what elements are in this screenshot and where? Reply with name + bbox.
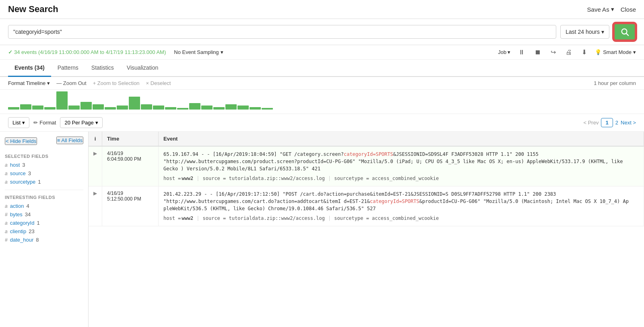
events-status: ✓ 34 events (4/16/19 11:00:00.000 AM to … — [8, 49, 166, 55]
histogram-bar[interactable] — [44, 107, 56, 110]
histogram-bar[interactable] — [237, 106, 249, 110]
histogram-bar[interactable] — [262, 108, 273, 110]
sampling-button[interactable]: No Event Sampling ▾ — [174, 49, 223, 55]
chevron-down-icon: ▾ — [22, 120, 25, 126]
tabs-bar: Events (34) Patterns Statistics Visualiz… — [0, 60, 644, 77]
histogram-bar[interactable] — [177, 108, 188, 110]
sidebar-field-clientip[interactable]: a clientip 23 — [5, 228, 83, 234]
search-icon — [620, 27, 629, 36]
format-timeline-button[interactable]: Format Timeline ▾ — [8, 80, 50, 86]
tab-statistics[interactable]: Statistics — [85, 60, 120, 77]
chevron-down-icon: ▾ — [601, 29, 604, 35]
timeline-controls: Format Timeline ▾ — Zoom Out + Zoom to S… — [0, 77, 644, 90]
hide-fields-button[interactable]: < Hide Fields — [5, 137, 37, 145]
sidebar-field-date-hour[interactable]: # date_hour 8 — [5, 237, 83, 243]
smart-mode-button[interactable]: 💡 Smart Mode ▾ — [595, 49, 636, 55]
tab-visualization[interactable]: Visualization — [120, 60, 165, 77]
histogram-bar[interactable] — [225, 104, 237, 110]
histogram-bar[interactable] — [165, 107, 176, 110]
interesting-fields-title: INTERESTING FIELDS — [5, 195, 83, 200]
search-button[interactable] — [613, 23, 636, 41]
stop-button[interactable]: ⏹ — [533, 48, 543, 57]
sidebar-divider — [5, 190, 83, 190]
per-page-button[interactable]: 20 Per Page ▾ — [60, 117, 102, 128]
format-button[interactable]: ✏ Format — [33, 120, 56, 126]
histogram-bar[interactable] — [68, 106, 80, 110]
chevron-down-icon: ▾ — [508, 49, 510, 55]
sidebar-field-host[interactable]: a host 3 — [5, 162, 83, 168]
sidebar-top-row: < Hide Fields ≡ All Fields — [5, 137, 83, 149]
histogram — [0, 90, 644, 114]
time-range-button[interactable]: Last 24 hours ▾ — [560, 25, 609, 39]
search-bar: Last 24 hours ▾ — [0, 19, 644, 45]
download-button[interactable]: ⬇ — [580, 48, 588, 57]
print-button[interactable]: 🖨 — [564, 48, 574, 57]
page-1-button[interactable]: 1 — [601, 118, 613, 127]
sidebar-field-sourcetype[interactable]: a sourcetype 1 — [5, 179, 83, 185]
results-table: i Time Event ▶ 4/16/196:04:59.000 PM 65.… — [89, 132, 644, 226]
chevron-down-icon: ▾ — [611, 6, 614, 13]
histogram-bar[interactable] — [129, 97, 140, 110]
histogram-bar[interactable] — [213, 107, 225, 110]
tab-events[interactable]: Events (34) — [8, 60, 51, 77]
prev-button[interactable]: < Prev — [583, 120, 599, 126]
sidebar-field-bytes[interactable]: # bytes 34 — [5, 211, 83, 217]
save-as-button[interactable]: Save As ▾ — [587, 6, 614, 13]
row-expand-button[interactable]: ▶ — [89, 186, 102, 226]
check-icon: ✓ — [8, 49, 12, 55]
chevron-down-icon: ▾ — [47, 80, 50, 86]
next-button[interactable]: Next > — [621, 120, 636, 126]
table-row: ▶ 4/16/195:12:50.000 PM 201.42.223.29 - … — [89, 186, 644, 226]
row-time: 4/16/195:12:50.000 PM — [102, 186, 159, 226]
results-area: i Time Event ▶ 4/16/196:04:59.000 PM 65.… — [89, 132, 644, 327]
zoom-selection-button[interactable]: + Zoom to Selection — [93, 80, 140, 86]
histogram-bar[interactable] — [153, 106, 164, 110]
table-header-row: i Time Event — [89, 132, 644, 146]
page-2-button[interactable]: 2 — [615, 120, 618, 126]
table-row: ▶ 4/16/196:04:59.000 PM 65.19.167.94 - -… — [89, 146, 644, 186]
sidebar-field-action[interactable]: a action 4 — [5, 203, 83, 209]
selected-fields-title: SELECTED FIELDS — [5, 154, 83, 159]
svg-line-1 — [626, 33, 628, 35]
col-header-event: Event — [159, 132, 644, 146]
timeline-column-info: 1 hour per column — [594, 80, 636, 86]
histogram-bar[interactable] — [20, 104, 31, 110]
zoom-out-button[interactable]: — Zoom Out — [56, 80, 86, 86]
row-event: 65.19.167.94 - - [16/Apr/2019:18:04:59] … — [159, 146, 644, 186]
job-button[interactable]: Job ▾ — [498, 49, 510, 55]
row-expand-button[interactable]: ▶ — [89, 146, 102, 186]
all-fields-button[interactable]: ≡ All Fields — [56, 137, 83, 144]
event-meta: host = www2 | source = tutorialdata.zip:… — [163, 175, 639, 182]
list-button[interactable]: List ▾ — [8, 117, 29, 128]
sidebar: < Hide Fields ≡ All Fields SELECTED FIEL… — [0, 132, 89, 327]
sidebar-field-source[interactable]: a source 3 — [5, 170, 83, 176]
histogram-bar[interactable] — [250, 107, 261, 110]
histogram-bar[interactable] — [105, 107, 116, 110]
pagination-controls: < Prev 1 2 Next > — [583, 118, 636, 127]
histogram-bar[interactable] — [117, 106, 128, 110]
pagination-bar: List ▾ ✏ Format 20 Per Page ▾ < Prev 1 2… — [0, 114, 644, 132]
histogram-bar[interactable] — [8, 107, 19, 110]
histogram-bar[interactable] — [189, 103, 200, 110]
chevron-down-icon: ▾ — [221, 49, 223, 55]
sidebar-field-categoryid[interactable]: a categoryId 1 — [5, 220, 83, 226]
search-input[interactable] — [8, 25, 556, 39]
deselect-button[interactable]: × Deselect — [146, 80, 171, 86]
pause-button[interactable]: ⏸ — [517, 48, 526, 57]
tab-patterns[interactable]: Patterns — [51, 60, 85, 77]
top-bar-actions: Save As ▾ Close — [587, 6, 636, 13]
main-content: < Hide Fields ≡ All Fields SELECTED FIEL… — [0, 132, 644, 327]
event-meta: host = www2 | source = tutorialdata.zip:… — [163, 215, 639, 222]
histogram-bar[interactable] — [56, 91, 68, 110]
share-button[interactable]: ↪ — [549, 48, 557, 57]
status-right: Job ▾ ⏸ ⏹ ↪ 🖨 ⬇ 💡 Smart Mode ▾ — [498, 48, 636, 57]
histogram-bar[interactable] — [141, 104, 152, 110]
histogram-bar[interactable] — [93, 104, 104, 110]
close-button[interactable]: Close — [621, 6, 636, 13]
chevron-down-icon: ▾ — [633, 49, 636, 55]
histogram-bar[interactable] — [80, 102, 92, 110]
row-event: 201.42.223.29 - - [16/Apr/2019:17:12:50]… — [159, 186, 644, 226]
row-time: 4/16/196:04:59.000 PM — [102, 146, 159, 186]
histogram-bar[interactable] — [32, 106, 43, 110]
histogram-bar[interactable] — [201, 106, 213, 110]
